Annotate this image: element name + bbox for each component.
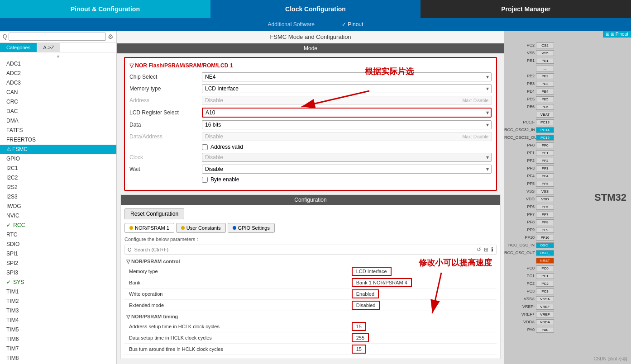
pin-box[interactable]: PF5 xyxy=(536,181,554,187)
data-input[interactable]: 16 bits xyxy=(202,120,492,129)
clock-wrapper[interactable]: Disable xyxy=(202,153,492,162)
pin-box[interactable]: CS2 xyxy=(536,43,554,48)
pin-box[interactable]: PC2 xyxy=(536,281,554,287)
sidebar-item-tim2[interactable]: TIM2 xyxy=(0,297,116,306)
sidebar-item-i2c1[interactable]: I2C1 xyxy=(0,164,116,173)
pin-box[interactable]: PE3 xyxy=(536,81,554,87)
sidebar-item-adc1[interactable]: ADC1 xyxy=(0,59,116,69)
sidebar-item-i2s2[interactable]: I2S2 xyxy=(0,183,116,192)
pin-box[interactable]: VREF xyxy=(536,304,554,310)
sidebar-item-rtc[interactable]: RTC xyxy=(0,230,116,240)
memory-type-wrapper[interactable]: LCD Interface xyxy=(202,84,492,93)
pin-box[interactable]: PE6 xyxy=(536,104,554,110)
pin-box[interactable]: PC14 xyxy=(536,127,554,133)
config-tab-gpio-settings[interactable]: GPIO Settings xyxy=(228,223,275,233)
sidebar-item-can[interactable]: CAN xyxy=(0,88,116,97)
sidebar-item-i2c2[interactable]: I2C2 xyxy=(0,173,116,183)
pin-box[interactable]: PC0 xyxy=(536,265,554,271)
pin-box[interactable]: PF10 xyxy=(536,235,554,241)
lcd-register-wrapper[interactable]: A10 ▾ xyxy=(202,108,492,118)
sidebar-item-adc3[interactable]: ADC3 xyxy=(0,78,116,88)
wait-wrapper[interactable]: Disable xyxy=(202,165,492,174)
pin-box[interactable]: PF3 xyxy=(536,165,554,171)
sidebar-item-fatfs[interactable]: FATFS xyxy=(0,126,116,135)
address-valid-checkbox[interactable] xyxy=(202,144,208,150)
clock-input[interactable]: Disable xyxy=(202,153,492,162)
sidebar-item-tim5[interactable]: TIM5 xyxy=(0,325,116,335)
lcd-register-input[interactable]: A10 xyxy=(202,108,492,118)
pin-box[interactable]: PF0 xyxy=(536,142,554,148)
pin-box[interactable]: PE5 xyxy=(536,96,554,102)
pin-box[interactable]: PF7 xyxy=(536,212,554,217)
sidebar-item-tim4[interactable]: TIM4 xyxy=(0,316,116,325)
pin-box[interactable]: PA0 xyxy=(536,327,554,333)
data-wrapper[interactable]: 16 bits xyxy=(202,120,492,129)
chip-select-input[interactable]: NE4 xyxy=(202,72,492,81)
sidebar-item-dma[interactable]: DMA xyxy=(0,116,116,126)
pin-box[interactable]: PC15 xyxy=(536,135,554,141)
pin-box[interactable]: PF1 xyxy=(536,150,554,156)
pin-box[interactable]: PF9 xyxy=(536,227,554,233)
scroll-up-arrow[interactable]: ▲ xyxy=(0,52,116,59)
pin-box[interactable]: VS5 xyxy=(536,50,554,56)
pin-box[interactable]: PE4 xyxy=(536,89,554,95)
tab-az[interactable]: A->Z xyxy=(37,43,60,52)
sidebar-item-dac[interactable]: DAC xyxy=(0,107,116,116)
pin-box[interactable]: PE1 xyxy=(536,58,554,64)
sidebar-item-sys[interactable]: ✓ SYS xyxy=(0,278,116,287)
sidebar-item-iwdg[interactable]: IWDG xyxy=(0,202,116,211)
sidebar-item-crc[interactable]: CRC xyxy=(0,97,116,107)
tab-pinout-config[interactable]: Pinout & Configuration xyxy=(0,0,210,18)
pin-box[interactable]: VSSA xyxy=(536,296,554,302)
sidebar-item-nvic[interactable]: NVIC xyxy=(0,211,116,221)
nav-additional-software[interactable]: Additional Software xyxy=(268,21,315,28)
pin-box[interactable]: VBAT xyxy=(536,112,554,118)
sidebar-item-spi2[interactable]: SPI2 xyxy=(0,259,116,268)
sidebar-item-tim6[interactable]: TIM6 xyxy=(0,335,116,344)
sidebar-item-fsmc[interactable]: ⚠FSMC xyxy=(0,145,116,154)
sidebar-item-rcc[interactable]: ✓ RCC xyxy=(0,221,116,230)
sidebar-item-spi1[interactable]: SPI1 xyxy=(0,249,116,259)
sidebar-item-tim8[interactable]: TIM8 xyxy=(0,354,116,363)
tab-clock-config[interactable]: Clock Configuration xyxy=(210,0,421,18)
pin-box[interactable]: VDD xyxy=(536,196,554,202)
pin-box[interactable]: PF6 xyxy=(536,204,554,210)
pin-box[interactable]: OSC_ xyxy=(536,250,554,256)
reset-config-button[interactable]: Reset Configuration xyxy=(124,208,184,219)
sidebar-item-tim1[interactable]: TIM1 xyxy=(0,287,116,297)
pin-box[interactable]: ... xyxy=(536,66,554,71)
sidebar-item-i2s3[interactable]: I2S3 xyxy=(0,192,116,202)
pin-box[interactable]: PC1 xyxy=(536,273,554,279)
pin-box[interactable]: PC3 xyxy=(536,288,554,294)
search-input[interactable] xyxy=(9,33,106,41)
sidebar-item-tim7[interactable]: TIM7 xyxy=(0,344,116,354)
pin-box[interactable]: VSS xyxy=(536,189,554,194)
wait-input[interactable]: Disable xyxy=(202,165,492,174)
sidebar-item-gpio[interactable]: GPIO xyxy=(0,154,116,164)
pin-box[interactable]: PC13 xyxy=(536,119,554,125)
gear-icon[interactable]: ⚙ xyxy=(108,33,114,40)
pin-box[interactable]: OSC_ xyxy=(536,242,554,248)
tab-project-manager[interactable]: Project Manager xyxy=(421,0,631,18)
pin-box[interactable]: VDDA xyxy=(536,319,554,325)
sidebar-item-adc2[interactable]: ADC2 xyxy=(0,69,116,78)
pin-box[interactable]: PE2 xyxy=(536,73,554,79)
pin-box[interactable]: PF2 xyxy=(536,158,554,164)
nav-pinout[interactable]: ✓ Pinout xyxy=(342,21,363,28)
pin-box[interactable]: NRST xyxy=(536,258,554,264)
chip-select-wrapper[interactable]: NE4 xyxy=(202,72,492,81)
pin-box[interactable]: PF4 xyxy=(536,173,554,179)
pin-box[interactable]: PF8 xyxy=(536,219,554,225)
config-tab-user-constants[interactable]: User Constants xyxy=(176,223,226,233)
info-icon[interactable]: ℹ xyxy=(491,246,493,253)
sidebar-item-sdio[interactable]: SDIO xyxy=(0,240,116,249)
param-search-input[interactable] xyxy=(134,247,474,252)
byte-enable-checkbox[interactable] xyxy=(202,177,208,183)
tab-categories[interactable]: Categories xyxy=(0,43,37,52)
refresh-icon[interactable]: ↺ xyxy=(477,246,481,253)
sidebar-item-tim3[interactable]: TIM3 xyxy=(0,306,116,316)
sidebar-item-spi3[interactable]: SPI3 xyxy=(0,268,116,278)
info-expand-icon[interactable]: ⊞ xyxy=(484,246,488,253)
config-tab-nor-psram[interactable]: NOR/PSRAM 1 xyxy=(124,223,174,233)
pin-box[interactable]: VREF xyxy=(536,312,554,317)
